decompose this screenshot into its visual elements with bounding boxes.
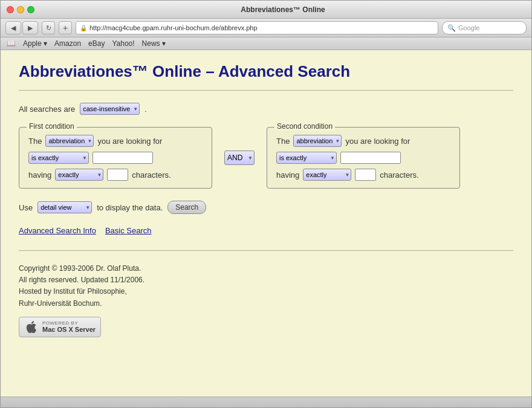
search-placeholder: Google bbox=[458, 24, 479, 31]
add-bookmark-button[interactable]: + bbox=[59, 21, 72, 34]
page-title: Abbreviationes™ Online – Advanced Search bbox=[19, 62, 513, 81]
second-char-input[interactable] bbox=[355, 169, 376, 181]
macos-powered-label: POWERED BY bbox=[42, 320, 96, 326]
second-condition-abbr-row: The abbreviation expansion you are looki… bbox=[276, 135, 450, 147]
reload-button[interactable]: ↻ bbox=[42, 21, 55, 34]
footer-line4: Ruhr-Universität Bochum. bbox=[19, 298, 513, 309]
advanced-search-info-link[interactable]: Advanced Search Info bbox=[19, 226, 96, 235]
second-the-label: The bbox=[276, 137, 290, 146]
search-bar[interactable]: 🔍 Google bbox=[442, 21, 527, 34]
second-condition-box: Second condition The abbreviation expans… bbox=[267, 127, 460, 189]
first-condition-box: First condition The abbreviation expansi… bbox=[19, 127, 212, 189]
first-char-select-wrapper: exactly at least at most bbox=[55, 169, 103, 181]
status-bar bbox=[1, 397, 531, 407]
bookmark-amazon[interactable]: Amazon bbox=[54, 39, 81, 48]
first-condition-abbr-row: The abbreviation expansion you are looki… bbox=[28, 135, 203, 147]
second-is-select-wrapper: is exactly contains starts with ends wit… bbox=[276, 152, 337, 164]
footer-line3: Hosted by Institut für Philosophie, bbox=[19, 286, 513, 297]
macos-badge-text: POWERED BY Mac OS X Server bbox=[42, 320, 96, 333]
first-condition-having-row: having exactly at least at most characte… bbox=[28, 169, 203, 181]
close-button[interactable] bbox=[7, 6, 14, 13]
toolbar: ◀ ▶ ↻ + 🔒 http://macg4cube.gpam.ruhr-uni… bbox=[1, 19, 531, 37]
macos-badge: POWERED BY Mac OS X Server bbox=[19, 317, 101, 337]
second-condition-legend: Second condition bbox=[274, 122, 335, 131]
forward-button[interactable]: ▶ bbox=[22, 21, 38, 34]
and-select-wrapper: AND OR bbox=[224, 151, 255, 165]
first-char-input[interactable] bbox=[107, 169, 128, 181]
maximize-button[interactable] bbox=[27, 6, 34, 13]
second-condition-is-row: is exactly contains starts with ends wit… bbox=[276, 152, 450, 164]
footer-line1: Copyright © 1993-2006 Dr. Olaf Pluta. bbox=[19, 263, 513, 274]
first-is-select[interactable]: is exactly contains starts with ends wit… bbox=[28, 152, 89, 164]
display-select[interactable]: detail view list view bbox=[37, 201, 92, 213]
footer-divider bbox=[19, 250, 513, 251]
minimize-button[interactable] bbox=[17, 6, 24, 13]
display-pre-label: Use bbox=[19, 203, 33, 212]
second-abbr-select-wrapper: abbreviation expansion bbox=[293, 135, 342, 147]
second-having-label: having bbox=[276, 170, 299, 180]
bookmark-yahoo[interactable]: Yahoo! bbox=[112, 39, 134, 48]
window-title: Abbreviationes™ Online bbox=[41, 5, 525, 14]
first-abbr-select-wrapper: abbreviation expansion bbox=[45, 135, 94, 147]
first-abbr-select[interactable]: abbreviation expansion bbox=[45, 135, 94, 147]
url-text: http://macg4cube.gpam.ruhr-uni-bochum.de… bbox=[89, 24, 258, 31]
bookmarks-bar: 📖 Apple ▾ Amazon eBay Yahoo! News ▾ bbox=[1, 37, 531, 50]
bookmark-ebay[interactable]: eBay bbox=[88, 39, 105, 48]
display-post-label: to display the data. bbox=[97, 203, 163, 212]
lock-icon: 🔒 bbox=[80, 25, 87, 31]
second-char-select[interactable]: exactly at least at most bbox=[303, 169, 351, 181]
open-book-icon: 📖 bbox=[7, 39, 16, 48]
first-characters-label: characters. bbox=[132, 170, 170, 180]
bookmark-apple[interactable]: Apple ▾ bbox=[23, 39, 47, 48]
browser-window: Abbreviationes™ Online ◀ ▶ ↻ + 🔒 http://… bbox=[0, 0, 532, 408]
second-condition-having-row: having exactly at least at most characte… bbox=[276, 169, 450, 181]
second-abbr-select[interactable]: abbreviation expansion bbox=[293, 135, 342, 147]
apple-logo-icon bbox=[24, 320, 39, 334]
second-char-select-wrapper: exactly at least at most bbox=[303, 169, 351, 181]
case-select-wrapper: case-insensitive case-sensitive bbox=[80, 103, 140, 115]
second-characters-label: characters. bbox=[380, 170, 418, 180]
first-char-select[interactable]: exactly at least at most bbox=[55, 169, 103, 181]
first-the-label: The bbox=[28, 137, 42, 146]
search-icon: 🔍 bbox=[447, 24, 456, 32]
second-looking-for-label: you are looking for bbox=[345, 137, 410, 146]
traffic-lights bbox=[7, 6, 34, 13]
back-button[interactable]: ◀ bbox=[5, 21, 21, 34]
title-bar: Abbreviationes™ Online bbox=[1, 1, 531, 19]
basic-search-link[interactable]: Basic Search bbox=[105, 226, 152, 235]
bookmark-news[interactable]: News ▾ bbox=[142, 39, 166, 48]
conditions-row: First condition The abbreviation expansi… bbox=[19, 127, 513, 189]
first-condition-is-row: is exactly contains starts with ends wit… bbox=[28, 152, 203, 164]
first-having-label: having bbox=[28, 170, 51, 180]
first-is-select-wrapper: is exactly contains starts with ends wit… bbox=[28, 152, 89, 164]
address-bar[interactable]: 🔒 http://macg4cube.gpam.ruhr-uni-bochum.… bbox=[76, 21, 438, 34]
macos-name-label: Mac OS X Server bbox=[42, 326, 96, 333]
case-label-post: . bbox=[144, 105, 147, 114]
first-search-input[interactable] bbox=[92, 152, 153, 164]
second-is-select[interactable]: is exactly contains starts with ends wit… bbox=[276, 152, 337, 164]
case-row: All searches are case-insensitive case-s… bbox=[19, 103, 513, 115]
page-content: Abbreviationes™ Online – Advanced Search… bbox=[1, 50, 531, 397]
display-row: Use detail view list view to display the… bbox=[19, 201, 513, 214]
footer-line2: All rights reserved. Updated 11/1/2006. bbox=[19, 274, 513, 286]
case-select[interactable]: case-insensitive case-sensitive bbox=[80, 103, 140, 115]
operator-select[interactable]: AND OR bbox=[224, 151, 255, 165]
nav-buttons: ◀ ▶ bbox=[5, 21, 38, 34]
first-looking-for-label: you are looking for bbox=[97, 137, 162, 146]
links-row: Advanced Search Info Basic Search bbox=[19, 226, 513, 235]
operator-wrapper: AND OR bbox=[224, 151, 255, 165]
case-label-pre: All searches are bbox=[19, 105, 75, 114]
display-select-wrapper: detail view list view bbox=[37, 201, 92, 213]
title-divider bbox=[19, 90, 513, 91]
footer: Copyright © 1993-2006 Dr. Olaf Pluta. Al… bbox=[19, 263, 513, 309]
second-search-input[interactable] bbox=[340, 152, 401, 164]
first-condition-legend: First condition bbox=[27, 122, 77, 131]
search-button[interactable]: Search bbox=[167, 201, 206, 214]
